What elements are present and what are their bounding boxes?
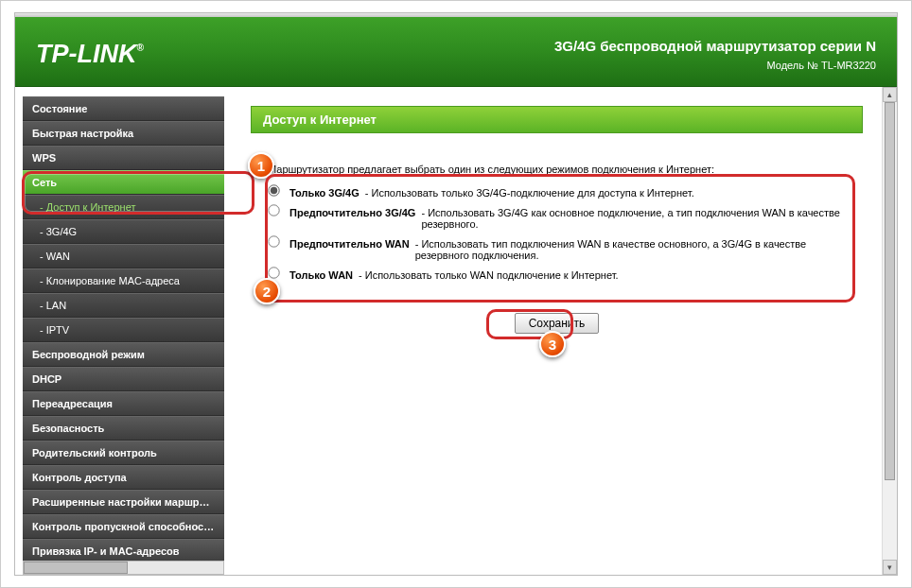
sidebar-item-14[interactable]: Родительский контроль (23, 441, 224, 465)
options-list: Только 3G/4G - Использовать только 3G/4G… (268, 184, 846, 281)
sidebar-item-17[interactable]: Контроль пропускной способности (23, 514, 224, 539)
option-radio-0[interactable] (268, 184, 279, 196)
header-right: 3G/4G беспроводной маршрутизатор серии N… (554, 38, 876, 71)
option-row-0[interactable]: Только 3G/4G - Использовать только 3G/4G… (268, 184, 846, 199)
content-wrap: Доступ к Интернет Маршрутизатор предлага… (228, 87, 897, 575)
sidebar-item-4[interactable]: - Доступ к Интернет (23, 195, 224, 219)
sidebar-item-11[interactable]: DHCP (23, 367, 224, 391)
sidebar-horizontal-scrollbar[interactable] (23, 561, 224, 575)
scroll-down-button[interactable]: ▾ (883, 560, 897, 575)
page-title: Доступ к Интернет (251, 106, 863, 133)
reg-mark: ® (136, 43, 143, 53)
sidebar-item-10[interactable]: Беспроводной режим (23, 342, 224, 367)
sidebar-item-0[interactable]: Состояние (23, 96, 224, 121)
sidebar-item-8[interactable]: - LAN (23, 293, 224, 318)
option-desc-2: - Использовать тип подключения WAN в кач… (415, 238, 846, 261)
sidebar-item-5[interactable]: - 3G/4G (23, 219, 224, 244)
option-label-0: Только 3G/4G (289, 187, 360, 199)
sidebar-item-12[interactable]: Переадресация (23, 391, 224, 416)
sidebar-item-3[interactable]: Сеть (23, 170, 224, 195)
sidebar-item-15[interactable]: Контроль доступа (23, 465, 224, 490)
option-desc-1: - Использовать 3G/4G как основное подклю… (421, 207, 846, 230)
option-radio-2[interactable] (268, 235, 279, 247)
option-desc-3: - Использовать только WAN подключение к … (359, 269, 618, 281)
sidebar-item-1[interactable]: Быстрая настройка (23, 121, 224, 146)
content-vertical-scrollbar[interactable]: ▴ ▾ (882, 87, 897, 575)
options-intro: Маршрутизатор предлагает выбрать один из… (268, 164, 846, 175)
header-top-strip (15, 13, 897, 17)
options-box: Маршрутизатор предлагает выбрать один из… (251, 156, 863, 296)
brand-text: TP-LINK (36, 40, 136, 68)
sidebar-item-2[interactable]: WPS (23, 146, 224, 170)
scroll-up-button[interactable]: ▴ (883, 87, 897, 102)
sidebar-wrap: СостояниеБыстрая настройкаWPSСеть- Досту… (15, 87, 228, 575)
option-label-3: Только WAN (289, 269, 353, 281)
sidebar-item-6[interactable]: - WAN (23, 244, 224, 268)
option-label-1: Предпочтительно 3G/4G (289, 207, 415, 218)
save-button[interactable]: Сохранить (515, 313, 600, 334)
option-row-2[interactable]: Предпочтительно WAN - Использовать тип п… (268, 235, 846, 261)
header: TP-LINK® 3G/4G беспроводной маршрутизато… (15, 13, 897, 87)
option-radio-1[interactable] (268, 204, 279, 216)
sidebar-item-9[interactable]: - IPTV (23, 318, 224, 342)
sidebar-item-13[interactable]: Безопасность (23, 416, 224, 441)
sidebar-item-7[interactable]: - Клонирование MAC-адреса (23, 268, 224, 293)
sidebar-hscroll-thumb[interactable] (24, 562, 128, 574)
option-label-2: Предпочтительно WAN (289, 238, 410, 250)
body: СостояниеБыстрая настройкаWPSСеть- Досту… (15, 87, 897, 575)
content-vscroll-thumb[interactable] (885, 102, 895, 480)
product-model: Модель № TL-MR3220 (554, 60, 876, 71)
option-radio-3[interactable] (268, 267, 279, 278)
sidebar-item-16[interactable]: Расширенные настройки маршрутизации (23, 490, 224, 514)
router-admin-window: TP-LINK® 3G/4G беспроводной маршрутизато… (14, 12, 898, 576)
option-row-1[interactable]: Предпочтительно 3G/4G - Использовать 3G/… (268, 204, 846, 230)
brand-logo: TP-LINK® (36, 40, 144, 69)
option-row-3[interactable]: Только WAN - Использовать только WAN под… (268, 267, 846, 281)
option-desc-0: - Использовать только 3G/4G-подключение … (365, 187, 694, 199)
save-row: Сохранить (251, 313, 863, 334)
sidebar: СостояниеБыстрая настройкаWPSСеть- Досту… (23, 96, 224, 576)
content: Доступ к Интернет Маршрутизатор предлага… (228, 87, 882, 575)
product-title: 3G/4G беспроводной маршрутизатор серии N (554, 38, 876, 54)
